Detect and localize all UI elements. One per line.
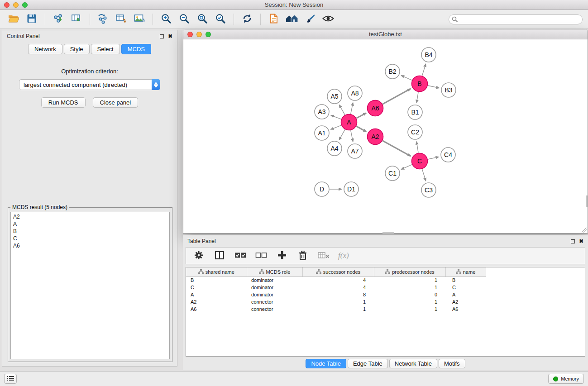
close-panel-icon[interactable]: ✖: [168, 33, 172, 39]
table-cell[interactable]: 0: [374, 291, 445, 298]
save-session-button[interactable]: [24, 12, 40, 27]
refresh-view-button[interactable]: [239, 12, 255, 27]
graph-edge[interactable]: [401, 165, 412, 170]
export-image-button[interactable]: [131, 12, 148, 27]
graph-edge[interactable]: [422, 64, 426, 76]
close-window-button[interactable]: [4, 2, 10, 8]
zoom-out-button[interactable]: [176, 12, 192, 27]
show-columns-button[interactable]: [213, 248, 226, 263]
import-network-button[interactable]: [50, 12, 67, 27]
column-header[interactable]: successor nodes: [302, 267, 374, 276]
paint-style-button[interactable]: [302, 12, 318, 27]
unselect-all-button[interactable]: [255, 248, 268, 263]
graph-edge[interactable]: [428, 86, 439, 88]
table-cell[interactable]: dominator: [247, 284, 302, 291]
network-horizontal-scrollbar[interactable]: [382, 232, 394, 234]
tab-edge-table[interactable]: Edge Table: [348, 359, 388, 368]
minimize-window-button[interactable]: [13, 2, 19, 8]
table-cell[interactable]: 1: [302, 305, 374, 313]
close-network-window-button[interactable]: [187, 32, 193, 37]
graph-edge[interactable]: [416, 142, 418, 153]
zoom-selected-button[interactable]: [212, 12, 229, 27]
table-cell[interactable]: A2: [186, 298, 247, 305]
graph-edge[interactable]: [356, 113, 366, 119]
optimization-criterion-dropdown[interactable]: largest connected component (directed): [19, 79, 160, 90]
home-layout-button[interactable]: [284, 12, 300, 27]
graph-edge[interactable]: [331, 115, 341, 119]
graph-edge[interactable]: [351, 130, 353, 142]
tab-motifs[interactable]: Motifs: [439, 359, 465, 368]
graph-edge[interactable]: [382, 89, 411, 104]
tab-node-table[interactable]: Node Table: [306, 359, 346, 368]
table-cell[interactable]: connector: [247, 298, 302, 305]
table-cell[interactable]: dominator: [247, 291, 302, 298]
table-cell[interactable]: connector: [247, 305, 302, 313]
graph-edge[interactable]: [339, 105, 345, 115]
result-item[interactable]: A6: [13, 242, 167, 249]
network-vertical-scrollbar[interactable]: [586, 195, 588, 207]
table-cell[interactable]: 1: [374, 276, 445, 284]
graph-edge[interactable]: [356, 126, 366, 132]
graph-edge[interactable]: [331, 125, 341, 129]
table-cell[interactable]: 1: [374, 305, 445, 313]
result-item[interactable]: A: [13, 220, 167, 228]
resize-grip-icon[interactable]: [582, 228, 587, 233]
table-cell[interactable]: dominator: [247, 276, 302, 284]
result-item[interactable]: C: [13, 235, 167, 242]
table-cell[interactable]: 8: [302, 291, 374, 298]
table-cell[interactable]: A6: [445, 305, 486, 313]
table-row[interactable]: Adominator80A: [186, 291, 486, 298]
graph-edge[interactable]: [422, 169, 426, 181]
memory-button[interactable]: Memory: [548, 374, 584, 384]
search-input[interactable]: [449, 14, 583, 24]
table-cell[interactable]: 1: [374, 298, 445, 305]
tab-network-table[interactable]: Network Table: [389, 359, 437, 368]
mcds-result-list[interactable]: A2ABCA6: [10, 212, 170, 359]
table-cell[interactable]: C: [445, 284, 486, 291]
result-item[interactable]: A2: [13, 213, 167, 220]
import-table-button[interactable]: [68, 12, 85, 27]
float-table-panel-icon[interactable]: [571, 239, 575, 243]
table-row[interactable]: A6connector11A6: [186, 305, 486, 313]
table-cell[interactable]: 4: [302, 284, 374, 291]
table-cell[interactable]: A6: [186, 305, 247, 313]
task-history-button[interactable]: [4, 374, 17, 384]
table-cell[interactable]: C: [186, 284, 247, 291]
run-mcds-button[interactable]: Run MCDS: [41, 97, 86, 108]
graph-edge[interactable]: [382, 141, 411, 156]
open-recent-button[interactable]: [266, 12, 282, 27]
column-header[interactable]: predecessor nodes: [374, 267, 445, 276]
graph-edge[interactable]: [351, 103, 353, 114]
add-row-button[interactable]: [276, 248, 288, 263]
network-table-button[interactable]: [113, 12, 129, 27]
new-network-button[interactable]: [95, 12, 111, 27]
graph-edge[interactable]: [428, 157, 439, 159]
close-table-panel-icon[interactable]: ✖: [579, 238, 583, 244]
open-session-button[interactable]: [5, 12, 22, 27]
zoom-in-button[interactable]: [158, 12, 174, 27]
column-header[interactable]: MCDS role: [247, 267, 302, 276]
column-header[interactable]: name: [445, 267, 486, 276]
select-all-button[interactable]: [234, 248, 247, 263]
column-header[interactable]: shared name: [186, 267, 247, 276]
graph-edge[interactable]: [401, 76, 412, 81]
float-panel-icon[interactable]: [160, 34, 164, 38]
table-cell[interactable]: A: [445, 291, 486, 298]
network-graph[interactable]: B4B2BB3A5A8A6A3B1AC2A1A2A4A7C4CC1DD1C3: [183, 39, 588, 234]
table-cell[interactable]: 1: [374, 284, 445, 291]
graph-edge[interactable]: [339, 129, 345, 140]
function-builder-button[interactable]: f(x): [338, 251, 349, 260]
table-cell[interactable]: A2: [445, 298, 486, 305]
table-settings-button[interactable]: [192, 248, 205, 263]
table-cell[interactable]: B: [445, 276, 486, 284]
table-row[interactable]: A2connector11A2: [186, 298, 486, 305]
table-row[interactable]: Cdominator41C: [186, 284, 486, 291]
show-hide-button[interactable]: [320, 12, 336, 27]
network-canvas[interactable]: B4B2BB3A5A8A6A3B1AC2A1A2A4A7C4CC1DD1C3: [183, 39, 588, 234]
result-item[interactable]: B: [13, 228, 167, 235]
zoom-fit-button[interactable]: [194, 12, 210, 27]
close-panel-button[interactable]: Close panel: [93, 97, 139, 108]
tab-select[interactable]: Select: [91, 44, 120, 54]
zoom-window-button[interactable]: [22, 2, 28, 8]
table-cell[interactable]: B: [186, 276, 247, 284]
